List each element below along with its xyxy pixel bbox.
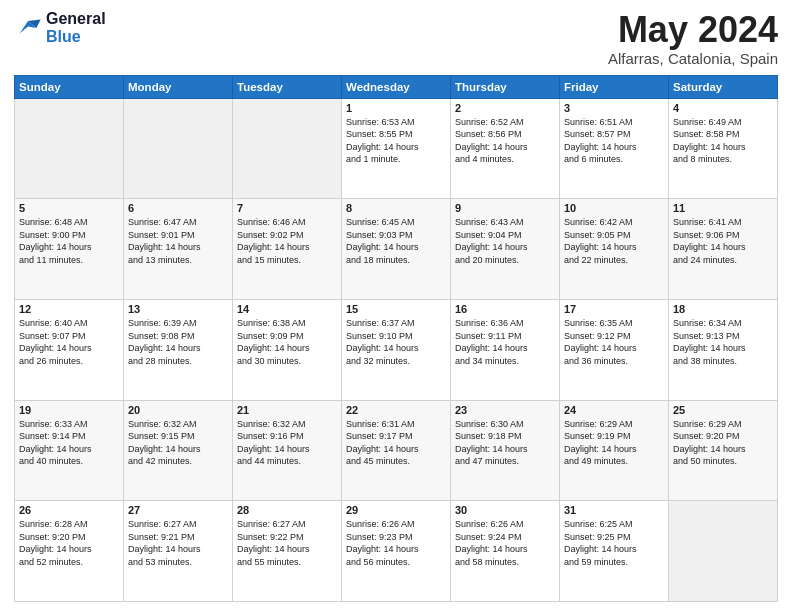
day-cell: 31Sunrise: 6:25 AM Sunset: 9:25 PM Dayli…: [560, 501, 669, 602]
day-cell: 13Sunrise: 6:39 AM Sunset: 9:08 PM Dayli…: [124, 299, 233, 400]
day-number: 15: [346, 303, 446, 315]
calendar-table: SundayMondayTuesdayWednesdayThursdayFrid…: [14, 75, 778, 602]
day-info: Sunrise: 6:32 AM Sunset: 9:15 PM Dayligh…: [128, 418, 228, 468]
day-cell: 26Sunrise: 6:28 AM Sunset: 9:20 PM Dayli…: [15, 501, 124, 602]
day-cell: [15, 98, 124, 199]
day-number: 14: [237, 303, 337, 315]
day-info: Sunrise: 6:29 AM Sunset: 9:19 PM Dayligh…: [564, 418, 664, 468]
day-info: Sunrise: 6:32 AM Sunset: 9:16 PM Dayligh…: [237, 418, 337, 468]
day-info: Sunrise: 6:35 AM Sunset: 9:12 PM Dayligh…: [564, 317, 664, 367]
day-number: 11: [673, 202, 773, 214]
day-cell: 8Sunrise: 6:45 AM Sunset: 9:03 PM Daylig…: [342, 199, 451, 300]
day-info: Sunrise: 6:26 AM Sunset: 9:23 PM Dayligh…: [346, 518, 446, 568]
location: Alfarras, Catalonia, Spain: [608, 50, 778, 67]
day-info: Sunrise: 6:34 AM Sunset: 9:13 PM Dayligh…: [673, 317, 773, 367]
day-cell: 9Sunrise: 6:43 AM Sunset: 9:04 PM Daylig…: [451, 199, 560, 300]
day-info: Sunrise: 6:26 AM Sunset: 9:24 PM Dayligh…: [455, 518, 555, 568]
day-info: Sunrise: 6:25 AM Sunset: 9:25 PM Dayligh…: [564, 518, 664, 568]
day-info: Sunrise: 6:39 AM Sunset: 9:08 PM Dayligh…: [128, 317, 228, 367]
day-info: Sunrise: 6:27 AM Sunset: 9:22 PM Dayligh…: [237, 518, 337, 568]
day-number: 20: [128, 404, 228, 416]
day-number: 8: [346, 202, 446, 214]
day-cell: [669, 501, 778, 602]
day-info: Sunrise: 6:45 AM Sunset: 9:03 PM Dayligh…: [346, 216, 446, 266]
day-number: 28: [237, 504, 337, 516]
week-row-1: 5Sunrise: 6:48 AM Sunset: 9:00 PM Daylig…: [15, 199, 778, 300]
calendar-body: 1Sunrise: 6:53 AM Sunset: 8:55 PM Daylig…: [15, 98, 778, 601]
day-info: Sunrise: 6:36 AM Sunset: 9:11 PM Dayligh…: [455, 317, 555, 367]
day-cell: 19Sunrise: 6:33 AM Sunset: 9:14 PM Dayli…: [15, 400, 124, 501]
day-info: Sunrise: 6:30 AM Sunset: 9:18 PM Dayligh…: [455, 418, 555, 468]
day-number: 13: [128, 303, 228, 315]
day-cell: 18Sunrise: 6:34 AM Sunset: 9:13 PM Dayli…: [669, 299, 778, 400]
week-row-2: 12Sunrise: 6:40 AM Sunset: 9:07 PM Dayli…: [15, 299, 778, 400]
header-row: SundayMondayTuesdayWednesdayThursdayFrid…: [15, 75, 778, 98]
page: General Blue May 2024 Alfarras, Cataloni…: [0, 0, 792, 612]
day-number: 7: [237, 202, 337, 214]
week-row-0: 1Sunrise: 6:53 AM Sunset: 8:55 PM Daylig…: [15, 98, 778, 199]
day-cell: 5Sunrise: 6:48 AM Sunset: 9:00 PM Daylig…: [15, 199, 124, 300]
day-cell: 10Sunrise: 6:42 AM Sunset: 9:05 PM Dayli…: [560, 199, 669, 300]
day-number: 4: [673, 102, 773, 114]
day-number: 5: [19, 202, 119, 214]
day-cell: 29Sunrise: 6:26 AM Sunset: 9:23 PM Dayli…: [342, 501, 451, 602]
day-header-wednesday: Wednesday: [342, 75, 451, 98]
day-cell: 2Sunrise: 6:52 AM Sunset: 8:56 PM Daylig…: [451, 98, 560, 199]
day-header-sunday: Sunday: [15, 75, 124, 98]
day-number: 31: [564, 504, 664, 516]
day-number: 29: [346, 504, 446, 516]
month-title: May 2024: [608, 10, 778, 50]
day-info: Sunrise: 6:42 AM Sunset: 9:05 PM Dayligh…: [564, 216, 664, 266]
day-cell: 24Sunrise: 6:29 AM Sunset: 9:19 PM Dayli…: [560, 400, 669, 501]
day-cell: 23Sunrise: 6:30 AM Sunset: 9:18 PM Dayli…: [451, 400, 560, 501]
day-cell: 16Sunrise: 6:36 AM Sunset: 9:11 PM Dayli…: [451, 299, 560, 400]
day-cell: 20Sunrise: 6:32 AM Sunset: 9:15 PM Dayli…: [124, 400, 233, 501]
day-cell: [124, 98, 233, 199]
day-number: 1: [346, 102, 446, 114]
day-number: 3: [564, 102, 664, 114]
day-info: Sunrise: 6:48 AM Sunset: 9:00 PM Dayligh…: [19, 216, 119, 266]
day-header-friday: Friday: [560, 75, 669, 98]
day-cell: 15Sunrise: 6:37 AM Sunset: 9:10 PM Dayli…: [342, 299, 451, 400]
day-number: 18: [673, 303, 773, 315]
day-info: Sunrise: 6:46 AM Sunset: 9:02 PM Dayligh…: [237, 216, 337, 266]
day-cell: 14Sunrise: 6:38 AM Sunset: 9:09 PM Dayli…: [233, 299, 342, 400]
day-cell: 7Sunrise: 6:46 AM Sunset: 9:02 PM Daylig…: [233, 199, 342, 300]
day-header-saturday: Saturday: [669, 75, 778, 98]
day-header-monday: Monday: [124, 75, 233, 98]
day-number: 12: [19, 303, 119, 315]
day-cell: 6Sunrise: 6:47 AM Sunset: 9:01 PM Daylig…: [124, 199, 233, 300]
day-number: 17: [564, 303, 664, 315]
day-info: Sunrise: 6:28 AM Sunset: 9:20 PM Dayligh…: [19, 518, 119, 568]
day-info: Sunrise: 6:27 AM Sunset: 9:21 PM Dayligh…: [128, 518, 228, 568]
day-info: Sunrise: 6:49 AM Sunset: 8:58 PM Dayligh…: [673, 116, 773, 166]
day-number: 16: [455, 303, 555, 315]
day-number: 10: [564, 202, 664, 214]
day-cell: 17Sunrise: 6:35 AM Sunset: 9:12 PM Dayli…: [560, 299, 669, 400]
day-info: Sunrise: 6:37 AM Sunset: 9:10 PM Dayligh…: [346, 317, 446, 367]
calendar-header: SundayMondayTuesdayWednesdayThursdayFrid…: [15, 75, 778, 98]
day-info: Sunrise: 6:29 AM Sunset: 9:20 PM Dayligh…: [673, 418, 773, 468]
day-cell: 1Sunrise: 6:53 AM Sunset: 8:55 PM Daylig…: [342, 98, 451, 199]
week-row-3: 19Sunrise: 6:33 AM Sunset: 9:14 PM Dayli…: [15, 400, 778, 501]
day-number: 24: [564, 404, 664, 416]
day-cell: 12Sunrise: 6:40 AM Sunset: 9:07 PM Dayli…: [15, 299, 124, 400]
day-info: Sunrise: 6:41 AM Sunset: 9:06 PM Dayligh…: [673, 216, 773, 266]
week-row-4: 26Sunrise: 6:28 AM Sunset: 9:20 PM Dayli…: [15, 501, 778, 602]
day-number: 22: [346, 404, 446, 416]
day-cell: 25Sunrise: 6:29 AM Sunset: 9:20 PM Dayli…: [669, 400, 778, 501]
day-number: 30: [455, 504, 555, 516]
header: General Blue May 2024 Alfarras, Cataloni…: [14, 10, 778, 67]
day-cell: 3Sunrise: 6:51 AM Sunset: 8:57 PM Daylig…: [560, 98, 669, 199]
day-number: 26: [19, 504, 119, 516]
logo-text: General Blue: [46, 10, 106, 45]
day-number: 2: [455, 102, 555, 114]
day-number: 6: [128, 202, 228, 214]
day-info: Sunrise: 6:52 AM Sunset: 8:56 PM Dayligh…: [455, 116, 555, 166]
day-header-tuesday: Tuesday: [233, 75, 342, 98]
day-cell: [233, 98, 342, 199]
day-info: Sunrise: 6:38 AM Sunset: 9:09 PM Dayligh…: [237, 317, 337, 367]
logo-icon: [14, 14, 42, 42]
day-cell: 21Sunrise: 6:32 AM Sunset: 9:16 PM Dayli…: [233, 400, 342, 501]
day-header-thursday: Thursday: [451, 75, 560, 98]
